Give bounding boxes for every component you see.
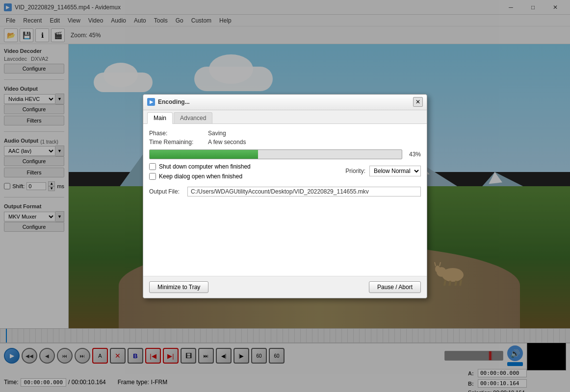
priority-select[interactable]: Below Normal (369, 166, 421, 176)
dialog-overlay: ▶ Encoding... ✕ Main Advanced Phase: Sav… (0, 0, 570, 392)
checkboxes-group: Shut down computer when finished Keep di… (149, 163, 251, 183)
keep-open-checkbox[interactable] (149, 173, 156, 180)
progress-bar-fill (150, 150, 258, 159)
pause-abort-button[interactable]: Pause / Abort (369, 281, 421, 293)
dialog-tabs: Main Advanced (143, 110, 427, 124)
progress-bar (149, 149, 402, 159)
dialog-spacer (149, 196, 421, 270)
tab-advanced[interactable]: Advanced (174, 112, 212, 123)
shutdown-label: Shut down computer when finished (159, 163, 251, 170)
dialog-titlebar: ▶ Encoding... ✕ (143, 95, 427, 110)
progress-percent: 43% (406, 151, 421, 158)
keep-open-label: Keep dialog open when finished (159, 173, 242, 180)
tab-main[interactable]: Main (147, 112, 173, 124)
encoding-dialog: ▶ Encoding... ✕ Main Advanced Phase: Sav… (143, 94, 427, 298)
shutdown-checkbox-row: Shut down computer when finished (149, 163, 251, 170)
output-file-value: C:/Users/WDAGUtilityAccount/Desktop/VID_… (187, 187, 421, 196)
output-file-label: Output File: (149, 188, 183, 195)
phase-value: Saving (208, 130, 226, 137)
time-remaining-label: Time Remaining: (149, 139, 208, 146)
dialog-icon: ▶ (147, 98, 155, 106)
dialog-close-button[interactable]: ✕ (413, 97, 423, 107)
time-remaining-value: A few seconds (208, 139, 246, 146)
priority-group: Priority: Below Normal (345, 166, 421, 176)
time-remaining-row: Time Remaining: A few seconds (149, 139, 421, 146)
shutdown-checkbox[interactable] (149, 163, 156, 170)
dialog-footer: Minimize to Tray Pause / Abort (143, 276, 427, 298)
progress-container: 43% (149, 149, 421, 159)
options-row: Shut down computer when finished Keep di… (149, 163, 421, 183)
priority-label: Priority: (345, 168, 365, 174)
dialog-title-area: ▶ Encoding... (147, 98, 190, 106)
dialog-title: Encoding... (158, 98, 190, 105)
minimize-to-tray-button[interactable]: Minimize to Tray (149, 281, 208, 293)
phase-row: Phase: Saving (149, 130, 421, 137)
output-file-row: Output File: C:/Users/WDAGUtilityAccount… (149, 187, 421, 196)
keep-open-checkbox-row: Keep dialog open when finished (149, 173, 251, 180)
dialog-body: Phase: Saving Time Remaining: A few seco… (143, 124, 427, 276)
phase-label: Phase: (149, 130, 208, 137)
